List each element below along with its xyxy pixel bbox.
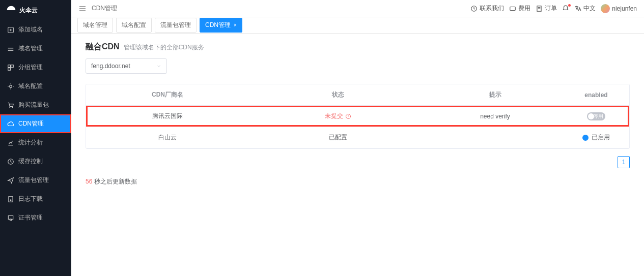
main: CDN管理 联系我们 费用 订单 中文 niejunfen 域名管理域名配置流量… [71,0,644,276]
gear-icon [7,83,14,90]
sidebar-item-2[interactable]: 分组管理 [0,58,71,77]
status-warning: 未提交 [325,112,351,120]
cell-status: 已配置 [249,127,427,148]
lang-icon [574,5,581,12]
umbrella-icon [6,5,16,15]
cell-enabled: 停用 [563,106,629,127]
sidebar-item-1[interactable]: 域名管理 [0,39,71,58]
sidebar-item-label: 分组管理 [18,63,43,72]
svg-point-4 [10,85,12,87]
sidebar-item-label: 日志下载 [18,195,43,203]
plus-icon [7,26,14,34]
sidebar-item-label: 域名配置 [18,82,43,90]
collapse-icon[interactable] [78,5,87,13]
sidebar-menu: 添加域名域名管理分组管理域名配置购买流量包CDN管理统计分析缓存控制流量包管理日… [0,20,71,227]
cache-icon [7,158,14,165]
col-vendor: CDN厂商名 [86,84,249,105]
refresh-seconds: 56 [86,178,92,185]
status-badge: 已启用 [582,133,610,142]
cell-enabled: 已启用 [563,127,629,148]
cost-link[interactable]: 费用 [509,4,530,13]
lang-switch[interactable]: 中文 [574,4,596,13]
alert-icon [345,113,351,119]
tab-2[interactable]: 流量包管理 [155,18,197,33]
cell-vendor: 白山云 [86,127,249,148]
notifications[interactable] [562,5,569,12]
domain-value: feng.ddoor.net [91,63,130,70]
sidebar-item-3[interactable]: 域名配置 [0,77,71,96]
cloud-icon [7,120,14,128]
notification-dot [568,4,571,7]
send-icon [7,177,14,184]
col-status: 状态 [249,84,427,105]
col-tip: 提示 [427,84,563,105]
sidebar-item-label: 流量包管理 [18,176,49,185]
cell-tip [427,127,563,148]
page-subtitle: 管理该域名下的全部CDN服务 [124,43,204,52]
tab-1[interactable]: 域名配置 [116,18,152,33]
table-row: 白山云已配置已启用 [86,127,629,148]
sidebar-item-5[interactable]: CDN管理 [0,114,71,133]
status-text: 已配置 [329,133,347,142]
refresh-suffix: 秒之后更新数据 [92,178,136,185]
top-bar: CDN管理 联系我们 费用 订单 中文 niejunfen [71,0,644,17]
list-icon [7,45,14,52]
cell-status: 未提交 [249,106,427,127]
sidebar-item-label: 添加域名 [18,25,43,34]
contact-link[interactable]: 联系我们 [470,4,504,13]
sidebar: 火伞云 添加域名域名管理分组管理域名配置购买流量包CDN管理统计分析缓存控制流量… [0,0,71,276]
tab-label: 流量包管理 [160,21,191,29]
brand-logo: 火伞云 [0,0,71,20]
tab-label: 域名管理 [83,21,107,29]
sidebar-item-label: 缓存控制 [18,157,43,166]
close-icon[interactable]: × [234,22,237,28]
chart-icon [7,139,14,146]
sidebar-item-6[interactable]: 统计分析 [0,133,71,152]
sidebar-item-0[interactable]: 添加域名 [0,20,71,39]
user-menu[interactable]: niejunfen [601,4,637,13]
sidebar-item-4[interactable]: 购买流量包 [0,96,71,114]
svg-rect-2 [11,65,14,67]
sidebar-item-label: 购买流量包 [18,101,49,109]
col-enabled: enabled [563,84,629,105]
cell-vendor: 腾讯云国际 [86,106,249,127]
headset-icon [470,5,478,12]
cell-tip: need verify [427,106,563,127]
enable-toggle[interactable]: 停用 [587,112,605,120]
content: 融合CDN 管理该域名下的全部CDN服务 feng.ddoor.net CDN厂… [71,34,644,194]
sidebar-item-9[interactable]: 日志下载 [0,190,71,208]
sidebar-item-label: 域名管理 [18,44,43,53]
cart-icon [7,102,14,109]
log-icon [7,196,14,203]
sidebar-item-label: 统计分析 [18,138,43,147]
cdn-table: CDN厂商名 状态 提示 enabled 腾讯云国际未提交need verify… [86,84,630,149]
svg-point-6 [12,107,13,108]
tab-label: 域名配置 [122,21,146,29]
tab-label: CDN管理 [205,21,231,29]
tab-0[interactable]: 域名管理 [77,18,113,33]
table-row: 腾讯云国际未提交need verify停用 [86,106,629,127]
sidebar-item-8[interactable]: 流量包管理 [0,171,71,190]
pagination: 1 [86,156,630,168]
avatar [601,4,610,13]
sidebar-item-7[interactable]: 缓存控制 [0,152,71,171]
svg-rect-3 [8,68,11,70]
cert-icon [7,214,14,222]
tab-3[interactable]: CDN管理× [200,18,242,33]
grid-icon [7,64,14,71]
svg-rect-1 [8,65,11,67]
page-title: 融合CDN [86,42,120,52]
orders-link[interactable]: 订单 [536,4,557,13]
svg-point-10 [10,219,12,221]
tabs: 域名管理域名配置流量包管理CDN管理× [71,17,644,34]
sidebar-item-10[interactable]: 证书管理 [0,208,71,227]
page-1[interactable]: 1 [618,156,630,168]
domain-select[interactable]: feng.ddoor.net [86,58,167,74]
svg-point-5 [9,107,10,108]
chevron-down-icon [156,64,161,69]
refresh-note: 56 秒之后更新数据 [86,177,630,186]
sidebar-item-label: CDN管理 [18,119,44,128]
svg-rect-12 [510,7,516,10]
orders-icon [536,5,543,12]
brand-name: 火伞云 [19,6,38,15]
